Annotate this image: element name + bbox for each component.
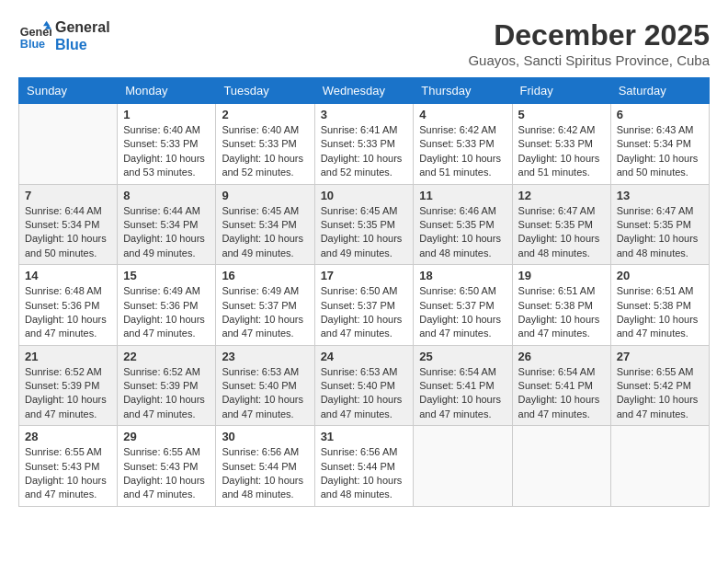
- calendar-day-cell: 26Sunrise: 6:54 AM Sunset: 5:41 PM Dayli…: [512, 345, 610, 426]
- calendar-day-cell: 28Sunrise: 6:55 AM Sunset: 5:43 PM Dayli…: [19, 426, 118, 507]
- day-info: Sunrise: 6:53 AM Sunset: 5:40 PM Dayligh…: [222, 365, 308, 422]
- day-info: Sunrise: 6:54 AM Sunset: 5:41 PM Dayligh…: [518, 365, 605, 422]
- calendar-day-cell: 15Sunrise: 6:49 AM Sunset: 5:36 PM Dayli…: [118, 265, 216, 346]
- title-area: December 2025 Guayos, Sancti Spiritus Pr…: [468, 18, 710, 68]
- calendar-week-row: 28Sunrise: 6:55 AM Sunset: 5:43 PM Dayli…: [19, 426, 710, 507]
- day-number: 17: [321, 269, 408, 282]
- day-number: 18: [419, 269, 506, 282]
- day-info: Sunrise: 6:42 AM Sunset: 5:33 PM Dayligh…: [419, 123, 506, 180]
- day-number: 30: [222, 430, 308, 443]
- day-number: 29: [123, 430, 210, 443]
- logo-text2: Blue: [55, 36, 110, 53]
- logo: General Blue General Blue: [18, 18, 110, 53]
- calendar-day-cell: 5Sunrise: 6:42 AM Sunset: 5:33 PM Daylig…: [512, 104, 610, 185]
- svg-text:Blue: Blue: [20, 38, 45, 51]
- calendar-day-cell: 3Sunrise: 6:41 AM Sunset: 5:33 PM Daylig…: [314, 104, 414, 185]
- calendar-day-cell: 11Sunrise: 6:46 AM Sunset: 5:35 PM Dayli…: [414, 184, 512, 265]
- day-info: Sunrise: 6:45 AM Sunset: 5:35 PM Dayligh…: [321, 204, 408, 261]
- day-number: 8: [123, 189, 210, 202]
- calendar-day-cell: 22Sunrise: 6:52 AM Sunset: 5:39 PM Dayli…: [118, 345, 216, 426]
- day-number: 4: [419, 108, 506, 121]
- day-info: Sunrise: 6:51 AM Sunset: 5:38 PM Dayligh…: [518, 284, 605, 341]
- month-title: December 2025: [468, 18, 710, 52]
- day-info: Sunrise: 6:56 AM Sunset: 5:44 PM Dayligh…: [321, 445, 408, 502]
- day-number: 28: [25, 430, 111, 443]
- day-info: Sunrise: 6:55 AM Sunset: 5:43 PM Dayligh…: [123, 445, 210, 502]
- day-info: Sunrise: 6:46 AM Sunset: 5:35 PM Dayligh…: [419, 204, 506, 261]
- day-info: Sunrise: 6:55 AM Sunset: 5:43 PM Dayligh…: [25, 445, 111, 502]
- calendar-day-cell: 14Sunrise: 6:48 AM Sunset: 5:36 PM Dayli…: [19, 265, 118, 346]
- svg-marker-2: [43, 21, 50, 26]
- calendar-day-cell: 6Sunrise: 6:43 AM Sunset: 5:34 PM Daylig…: [610, 104, 709, 185]
- day-info: Sunrise: 6:41 AM Sunset: 5:33 PM Dayligh…: [321, 123, 408, 180]
- day-number: 5: [518, 108, 605, 121]
- day-number: 31: [321, 430, 408, 443]
- day-number: 2: [222, 108, 308, 121]
- day-number: 26: [518, 350, 605, 363]
- day-number: 19: [518, 269, 605, 282]
- day-info: Sunrise: 6:52 AM Sunset: 5:39 PM Dayligh…: [123, 365, 210, 422]
- calendar-day-cell: 17Sunrise: 6:50 AM Sunset: 5:37 PM Dayli…: [314, 265, 414, 346]
- day-info: Sunrise: 6:56 AM Sunset: 5:44 PM Dayligh…: [222, 445, 308, 502]
- calendar-day-cell: 31Sunrise: 6:56 AM Sunset: 5:44 PM Dayli…: [314, 426, 414, 507]
- day-number: 11: [419, 189, 506, 202]
- calendar-day-cell: [610, 426, 709, 507]
- calendar-week-row: 7Sunrise: 6:44 AM Sunset: 5:34 PM Daylig…: [19, 184, 710, 265]
- day-info: Sunrise: 6:55 AM Sunset: 5:42 PM Dayligh…: [617, 365, 703, 422]
- day-number: 24: [321, 350, 408, 363]
- weekday-header-saturday: Saturday: [610, 78, 709, 104]
- calendar-day-cell: 4Sunrise: 6:42 AM Sunset: 5:33 PM Daylig…: [414, 104, 512, 185]
- weekday-header-row: SundayMondayTuesdayWednesdayThursdayFrid…: [19, 78, 710, 104]
- calendar-table: SundayMondayTuesdayWednesdayThursdayFrid…: [18, 77, 710, 507]
- calendar-day-cell: 13Sunrise: 6:47 AM Sunset: 5:35 PM Dayli…: [610, 184, 709, 265]
- calendar-day-cell: [414, 426, 512, 507]
- calendar-day-cell: 2Sunrise: 6:40 AM Sunset: 5:33 PM Daylig…: [216, 104, 314, 185]
- calendar-day-cell: 30Sunrise: 6:56 AM Sunset: 5:44 PM Dayli…: [216, 426, 314, 507]
- day-info: Sunrise: 6:47 AM Sunset: 5:35 PM Dayligh…: [518, 204, 605, 261]
- day-number: 27: [617, 350, 703, 363]
- day-number: 23: [222, 350, 308, 363]
- day-info: Sunrise: 6:47 AM Sunset: 5:35 PM Dayligh…: [617, 204, 703, 261]
- day-info: Sunrise: 6:54 AM Sunset: 5:41 PM Dayligh…: [419, 365, 506, 422]
- calendar-day-cell: 8Sunrise: 6:44 AM Sunset: 5:34 PM Daylig…: [118, 184, 216, 265]
- day-info: Sunrise: 6:48 AM Sunset: 5:36 PM Dayligh…: [25, 284, 111, 341]
- day-number: 20: [617, 269, 703, 282]
- day-number: 9: [222, 189, 308, 202]
- day-number: 14: [25, 269, 111, 282]
- day-number: 22: [123, 350, 210, 363]
- day-number: 12: [518, 189, 605, 202]
- calendar-day-cell: 20Sunrise: 6:51 AM Sunset: 5:38 PM Dayli…: [610, 265, 709, 346]
- day-number: 10: [321, 189, 408, 202]
- day-number: 25: [419, 350, 506, 363]
- day-info: Sunrise: 6:43 AM Sunset: 5:34 PM Dayligh…: [617, 123, 703, 180]
- calendar-week-row: 21Sunrise: 6:52 AM Sunset: 5:39 PM Dayli…: [19, 345, 710, 426]
- calendar-day-cell: 29Sunrise: 6:55 AM Sunset: 5:43 PM Dayli…: [118, 426, 216, 507]
- day-number: 13: [617, 189, 703, 202]
- calendar-day-cell: [19, 104, 118, 185]
- calendar-day-cell: [512, 426, 610, 507]
- calendar-day-cell: 24Sunrise: 6:53 AM Sunset: 5:40 PM Dayli…: [314, 345, 414, 426]
- logo-icon: General Blue: [18, 19, 51, 52]
- day-number: 1: [123, 108, 210, 121]
- day-info: Sunrise: 6:44 AM Sunset: 5:34 PM Dayligh…: [123, 204, 210, 261]
- calendar-day-cell: 19Sunrise: 6:51 AM Sunset: 5:38 PM Dayli…: [512, 265, 610, 346]
- day-info: Sunrise: 6:50 AM Sunset: 5:37 PM Dayligh…: [419, 284, 506, 341]
- calendar-day-cell: 25Sunrise: 6:54 AM Sunset: 5:41 PM Dayli…: [414, 345, 512, 426]
- weekday-header-sunday: Sunday: [19, 78, 118, 104]
- calendar-day-cell: 9Sunrise: 6:45 AM Sunset: 5:34 PM Daylig…: [216, 184, 314, 265]
- calendar-day-cell: 10Sunrise: 6:45 AM Sunset: 5:35 PM Dayli…: [314, 184, 414, 265]
- day-number: 15: [123, 269, 210, 282]
- weekday-header-friday: Friday: [512, 78, 610, 104]
- calendar-day-cell: 27Sunrise: 6:55 AM Sunset: 5:42 PM Dayli…: [610, 345, 709, 426]
- weekday-header-wednesday: Wednesday: [314, 78, 414, 104]
- calendar-week-row: 1Sunrise: 6:40 AM Sunset: 5:33 PM Daylig…: [19, 104, 710, 185]
- day-info: Sunrise: 6:49 AM Sunset: 5:37 PM Dayligh…: [222, 284, 308, 341]
- header: General Blue General Blue December 2025 …: [18, 18, 710, 68]
- calendar-day-cell: 23Sunrise: 6:53 AM Sunset: 5:40 PM Dayli…: [216, 345, 314, 426]
- day-info: Sunrise: 6:40 AM Sunset: 5:33 PM Dayligh…: [123, 123, 210, 180]
- day-info: Sunrise: 6:51 AM Sunset: 5:38 PM Dayligh…: [617, 284, 703, 341]
- calendar-day-cell: 18Sunrise: 6:50 AM Sunset: 5:37 PM Dayli…: [414, 265, 512, 346]
- day-number: 6: [617, 108, 703, 121]
- calendar-day-cell: 12Sunrise: 6:47 AM Sunset: 5:35 PM Dayli…: [512, 184, 610, 265]
- day-info: Sunrise: 6:40 AM Sunset: 5:33 PM Dayligh…: [222, 123, 308, 180]
